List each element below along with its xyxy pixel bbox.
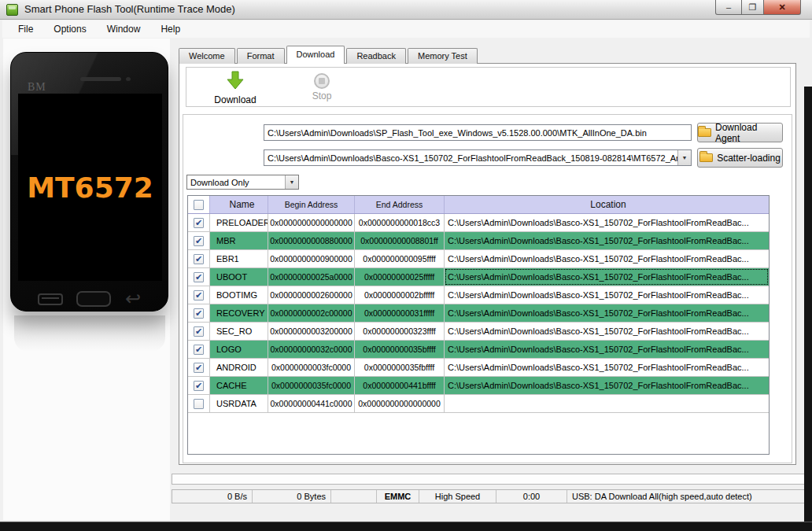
checkbox-checked-icon[interactable]: ✔ <box>194 272 204 282</box>
end-address: 0x000000000095ffff <box>355 250 445 267</box>
checkbox-checked-icon[interactable]: ✔ <box>194 254 204 264</box>
tab-format[interactable]: Format <box>237 48 285 64</box>
tab-welcome[interactable]: Welcome <box>179 48 235 64</box>
chevron-down-icon[interactable]: ▼ <box>285 175 298 189</box>
scatter-loading-button[interactable]: Scatter-loading <box>697 148 783 168</box>
menu-item-options[interactable]: Options <box>46 22 94 36</box>
tab-strip: WelcomeFormatDownloadReadbackMemory Test <box>179 47 479 64</box>
maximize-button[interactable]: ❐ <box>741 0 764 15</box>
partition-name: UBOOT <box>210 268 268 286</box>
partition-name: RECOVERY <box>210 304 268 322</box>
partition-name: SEC_RO <box>210 323 268 340</box>
row-checkbox[interactable]: ✔ <box>188 214 210 231</box>
checkbox-unchecked-icon[interactable] <box>194 399 204 409</box>
checkbox-checked-icon[interactable]: ✔ <box>194 345 204 355</box>
table-row[interactable]: USRDATA0x00000000441c00000x0000000000000… <box>188 395 769 413</box>
checkbox-checked-icon[interactable]: ✔ <box>194 236 204 246</box>
table-row[interactable]: ✔PRELOADER0x00000000000000000x0000000000… <box>188 214 769 232</box>
download-agent-button[interactable]: Download Agent <box>697 123 783 142</box>
stop-action-label: Stop <box>290 90 353 101</box>
location-path: C:\Users\Admin\Downloads\Basco-XS1_15070… <box>445 341 769 358</box>
table-row[interactable]: ✔EBR10x00000000009000000x000000000095fff… <box>188 250 769 268</box>
tab-download[interactable]: Download <box>286 46 345 64</box>
row-checkbox[interactable]: ✔ <box>188 323 210 340</box>
table-row[interactable]: ✔BOOTIMG0x00000000026000000x0000000002bf… <box>188 286 769 304</box>
device-preview-panel: BM MT6572 ↩ <box>3 39 170 520</box>
checkbox-checked-icon[interactable]: ✔ <box>194 363 204 373</box>
table-row[interactable]: ✔CACHE0x0000000035fc00000x00000000441bff… <box>188 377 769 395</box>
location-path <box>445 395 769 412</box>
tab-memory-test[interactable]: Memory Test <box>408 48 478 64</box>
table-row[interactable]: ✔ANDROID0x0000000003fc00000x0000000035fb… <box>188 359 769 377</box>
end-address: 0x00000000031fffff <box>355 304 445 322</box>
download-action-label: Download <box>204 94 267 105</box>
checkbox-checked-icon[interactable]: ✔ <box>194 290 204 301</box>
download-agent-button-label: Download Agent <box>715 122 782 144</box>
status-bar: 0 B/s0 BytesEMMCHigh Speed0:00USB: DA Do… <box>172 489 810 503</box>
row-checkbox[interactable]: ✔ <box>188 377 210 394</box>
table-row[interactable]: ✔SEC_RO0x00000000032000000x000000000323f… <box>188 323 769 341</box>
download-mode-select[interactable]: Download Only ▼ <box>186 175 299 190</box>
table-row[interactable]: ✔UBOOT0x00000000025a00000x00000000025fff… <box>188 268 769 286</box>
column-header-begin[interactable]: Begin Address <box>268 196 355 213</box>
begin-address: 0x0000000000880000 <box>268 232 355 249</box>
desktop-background-bottom <box>0 522 812 531</box>
menu-item-window[interactable]: Window <box>99 22 149 36</box>
download-action[interactable]: Download <box>204 71 267 105</box>
download-agent-input[interactable]: C:\Users\Admin\Downloads\SP_Flash_Tool_e… <box>264 124 692 141</box>
phone-nav-buttons: ↩ <box>11 287 168 311</box>
close-button[interactable]: ✕ <box>763 0 801 15</box>
minimize-button[interactable]: – <box>715 0 742 15</box>
row-checkbox[interactable]: ✔ <box>188 359 210 376</box>
begin-address: 0x0000000000900000 <box>268 250 355 267</box>
status-cell-6: USB: DA Download All(high speed,auto det… <box>567 490 810 503</box>
begin-address: 0x0000000035fc0000 <box>268 377 355 394</box>
scatter-loading-combobox[interactable]: C:\Users\Admin\Downloads\Basco-XS1_15070… <box>264 149 692 166</box>
select-all-checkbox[interactable] <box>188 196 210 213</box>
partition-table: Name Begin Address End Address Location … <box>187 195 770 455</box>
row-checkbox[interactable]: ✔ <box>188 286 210 304</box>
location-path: C:\Users\Admin\Downloads\Basco-XS1_15070… <box>445 377 769 394</box>
partition-name: MBR <box>210 232 268 249</box>
phone-screen: MT6572 <box>18 94 162 281</box>
stop-action[interactable]: Stop <box>290 71 353 101</box>
checkbox-checked-icon[interactable]: ✔ <box>194 326 204 337</box>
row-checkbox[interactable]: ✔ <box>188 232 210 249</box>
row-checkbox[interactable]: ✔ <box>188 268 210 286</box>
checkbox-checked-icon[interactable]: ✔ <box>194 381 204 391</box>
location-path: C:\Users\Admin\Downloads\Basco-XS1_15070… <box>445 323 769 340</box>
phone-image: BM MT6572 ↩ <box>10 52 168 312</box>
checkbox-checked-icon[interactable]: ✔ <box>194 308 204 319</box>
row-checkbox[interactable] <box>188 395 210 412</box>
status-cell-3: EMMC <box>377 490 419 503</box>
table-row[interactable]: ✔LOGO0x00000000032c00000x00000000035bfff… <box>188 341 769 359</box>
column-header-location[interactable]: Location <box>445 196 769 213</box>
column-header-end[interactable]: End Address <box>355 196 445 213</box>
table-row[interactable]: ✔RECOVERY0x0000000002c000000x00000000031… <box>188 304 769 323</box>
row-checkbox[interactable]: ✔ <box>188 341 210 358</box>
menu-item-help[interactable]: Help <box>153 22 188 36</box>
app-icon <box>6 4 18 16</box>
table-row[interactable]: ✔MBR0x00000000008800000x00000000008801ff… <box>188 232 769 250</box>
column-header-name[interactable]: Name <box>210 196 268 213</box>
end-address: 0x00000000441bffff <box>355 377 445 394</box>
chevron-down-icon[interactable]: ▼ <box>677 150 691 165</box>
phone-camera-dot <box>126 77 131 81</box>
row-checkbox[interactable]: ✔ <box>188 304 210 322</box>
end-address: 0x00000000035bffff <box>355 341 445 358</box>
partition-name: EBR1 <box>210 250 268 267</box>
phone-reflection <box>14 315 165 352</box>
checkbox-checked-icon[interactable]: ✔ <box>194 218 204 228</box>
menu-bar: FileOptionsWindowHelp <box>2 20 810 38</box>
menu-item-file[interactable]: File <box>10 22 41 36</box>
begin-address: 0x0000000003fc0000 <box>268 359 355 376</box>
partition-name: PRELOADER <box>210 214 268 231</box>
action-toolbar: Download Stop <box>186 67 791 107</box>
tab-readback[interactable]: Readback <box>346 48 406 64</box>
begin-address: 0x0000000000000000 <box>268 214 355 231</box>
location-path: C:\Users\Admin\Downloads\Basco-XS1_15070… <box>445 232 769 249</box>
row-checkbox[interactable]: ✔ <box>188 250 210 267</box>
begin-address: 0x00000000441c0000 <box>268 395 355 412</box>
partition-name: CACHE <box>210 377 268 394</box>
location-path: C:\Users\Admin\Downloads\Basco-XS1_15070… <box>445 268 769 286</box>
